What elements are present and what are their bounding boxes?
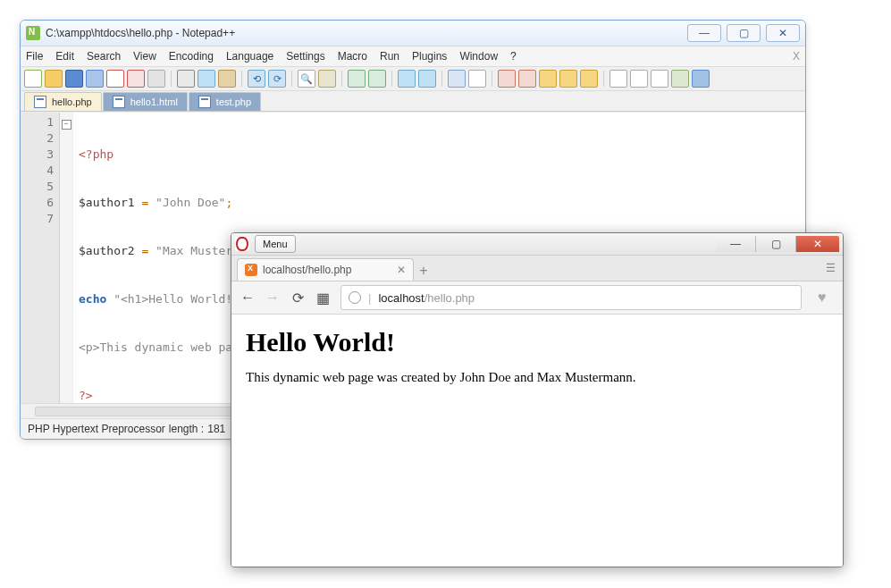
tab-hello-php[interactable]: hello.php	[24, 92, 102, 111]
browser-navbar: ← → ⟳ ▦ | localhost/hello.php ♥	[231, 281, 843, 315]
record-macro-icon[interactable]	[609, 70, 627, 88]
toolbar: ⟲ ⟳ 🔍	[21, 67, 805, 91]
browser-tabbar: localhost/hello.php ✕ + ☰	[231, 256, 843, 281]
panel-toggle-icon[interactable]: ☰	[818, 256, 843, 281]
stop-macro-icon[interactable]	[630, 70, 648, 88]
address-host: localhost	[378, 291, 424, 305]
word-wrap-icon[interactable]	[448, 70, 466, 88]
play-multiple-icon[interactable]	[671, 70, 689, 88]
sync-v-icon[interactable]	[398, 70, 416, 88]
menu-bar: File Edit Search View Encoding Language …	[21, 46, 805, 67]
open-file-icon[interactable]	[45, 70, 63, 88]
back-button[interactable]: ←	[240, 290, 255, 305]
reload-button[interactable]: ⟳	[290, 290, 305, 305]
notepadpp-icon	[26, 26, 40, 40]
close-all-icon[interactable]	[127, 70, 145, 88]
maximize-button[interactable]: ▢	[727, 24, 761, 42]
menu-macro[interactable]: Macro	[338, 50, 367, 63]
fold-column: −	[60, 113, 73, 403]
copy-icon[interactable]	[198, 70, 215, 88]
npp-titlebar[interactable]: C:\xampp\htdocs\hello.php - Notepad++ — …	[21, 21, 805, 46]
file-icon	[34, 96, 46, 108]
folder-as-workspace-icon[interactable]	[580, 70, 598, 88]
site-info-icon[interactable]	[349, 291, 361, 304]
tab-title: localhost/hello.php	[263, 264, 351, 276]
show-whitespace-icon[interactable]	[468, 70, 486, 88]
page-heading: Hello World!	[246, 327, 828, 357]
cut-icon[interactable]	[177, 70, 195, 88]
menu-search[interactable]: Search	[87, 50, 121, 63]
find-replace-icon[interactable]	[318, 70, 336, 88]
user-lang-icon[interactable]	[518, 70, 536, 88]
func-list-icon[interactable]	[559, 70, 577, 88]
new-file-icon[interactable]	[24, 70, 42, 88]
save-all-icon[interactable]	[86, 70, 104, 88]
tab-label: hello.php	[52, 97, 92, 107]
address-path: /hello.php	[424, 291, 475, 305]
forward-button[interactable]: →	[265, 290, 280, 305]
save-icon[interactable]	[65, 70, 83, 88]
close-file-icon[interactable]	[106, 70, 124, 88]
menu-window[interactable]: Window	[459, 50, 498, 63]
menu-file[interactable]: File	[26, 50, 43, 63]
menu-edit[interactable]: Edit	[55, 50, 74, 63]
menu-language[interactable]: Language	[226, 50, 273, 63]
new-tab-button[interactable]: +	[414, 261, 433, 281]
opera-icon[interactable]	[235, 237, 249, 251]
browser-window: Menu — ▢ ✕ localhost/hello.php ✕ + ☰ ← →…	[231, 232, 844, 567]
play-macro-icon[interactable]	[651, 70, 668, 88]
page-paragraph: This dynamic web page was created by Joh…	[246, 370, 828, 385]
browser-titlebar[interactable]: Menu — ▢ ✕	[231, 233, 843, 256]
status-length-label: length :	[169, 423, 204, 435]
menu-plugins[interactable]: Plugins	[412, 50, 447, 63]
status-language: PHP Hypertext Preprocessor	[28, 423, 165, 435]
code-token: =	[135, 244, 156, 257]
fold-toggle-icon[interactable]: −	[62, 120, 71, 130]
line-number: 6	[26, 195, 54, 211]
bookmark-heart-icon[interactable]: ♥	[818, 290, 834, 306]
window-title: C:\xampp\htdocs\hello.php - Notepad++	[46, 27, 235, 39]
print-icon[interactable]	[147, 70, 165, 88]
line-number: 5	[26, 179, 54, 195]
tab-label: test.php	[216, 97, 251, 107]
zoom-in-icon[interactable]	[348, 70, 366, 88]
doc-map-icon[interactable]	[539, 70, 557, 88]
close-button[interactable]: ✕	[796, 236, 839, 252]
indent-guide-icon[interactable]	[498, 70, 516, 88]
menu-help[interactable]: ?	[510, 50, 517, 63]
minimize-button[interactable]: —	[687, 24, 721, 42]
code-token: =	[135, 196, 156, 209]
line-number: 7	[26, 211, 54, 227]
code-token	[106, 292, 113, 306]
line-number: 2	[26, 130, 54, 147]
sync-h-icon[interactable]	[418, 70, 436, 88]
minimize-button[interactable]: —	[716, 236, 756, 252]
close-button[interactable]: ✕	[766, 24, 800, 42]
find-icon[interactable]: 🔍	[298, 70, 315, 88]
menu-settings[interactable]: Settings	[286, 50, 324, 63]
save-macro-icon[interactable]	[692, 70, 710, 88]
line-gutter: 1 2 3 4 5 6 7	[21, 113, 60, 403]
close-tab-icon[interactable]: ✕	[397, 264, 406, 276]
menu-button[interactable]: Menu	[255, 235, 296, 253]
menu-run[interactable]: Run	[380, 50, 399, 63]
code-token: ;	[225, 196, 232, 209]
undo-icon[interactable]: ⟲	[248, 70, 265, 88]
code-token: echo	[79, 292, 106, 306]
paste-icon[interactable]	[218, 70, 236, 88]
zoom-out-icon[interactable]	[368, 70, 386, 88]
menu-encoding[interactable]: Encoding	[169, 50, 214, 63]
tab-hello1-html[interactable]: hello1.html	[103, 92, 188, 111]
speed-dial-button[interactable]: ▦	[315, 290, 330, 305]
browser-tab[interactable]: localhost/hello.php ✕	[237, 258, 414, 281]
code-token: $author1	[79, 196, 135, 209]
tab-test-php[interactable]: test.php	[189, 92, 261, 111]
line-number: 4	[26, 163, 54, 179]
menu-view[interactable]: View	[133, 50, 156, 63]
code-token: $author2	[79, 244, 135, 257]
maximize-button[interactable]: ▢	[756, 236, 796, 252]
redo-icon[interactable]: ⟳	[268, 70, 286, 88]
menu-close-x[interactable]: X	[793, 50, 800, 63]
code-token: <?php	[79, 147, 113, 161]
address-bar[interactable]: | localhost/hello.php	[340, 285, 802, 310]
